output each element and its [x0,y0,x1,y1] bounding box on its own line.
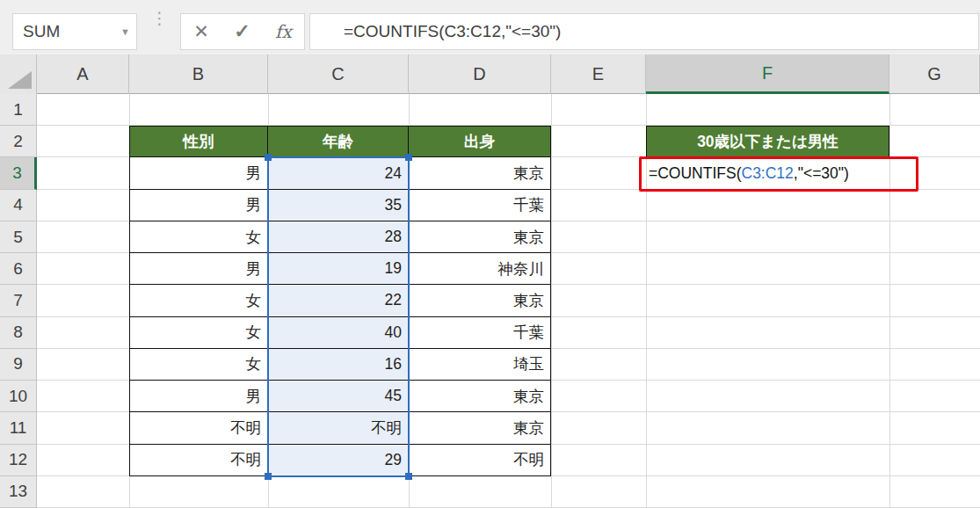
row-header-13[interactable]: 13 [0,476,37,508]
cell-D6[interactable]: 神奈川 [409,253,551,285]
row-header-2[interactable]: 2 [0,126,37,157]
cell-C12[interactable]: 29 [268,445,409,476]
cell-B9[interactable]: 女 [129,349,268,381]
table-header-D2[interactable]: 出身 [409,126,551,157]
cell-D4[interactable]: 千葉 [409,190,551,221]
cell-D10[interactable]: 東京 [409,381,551,412]
column-header-F[interactable]: F [646,54,889,94]
cell-C10[interactable]: 45 [268,381,409,412]
select-all-button[interactable] [0,54,37,94]
insert-function-icon[interactable]: fx [275,21,292,42]
row-header-1[interactable]: 1 [0,94,37,126]
cell-C7[interactable]: 22 [268,285,409,316]
column-header-B[interactable]: B [129,54,268,94]
cell-C6[interactable]: 19 [268,253,409,285]
name-box-value: SUM [23,14,60,49]
row-header-11[interactable]: 11 [0,412,37,444]
cell-D3[interactable]: 東京 [409,157,551,189]
toolbar-separator-dots-icon: ⋮ [151,11,165,52]
cell-C5[interactable]: 28 [268,221,409,253]
cell-D11[interactable]: 東京 [409,412,551,444]
range-selection-handle[interactable] [265,473,272,480]
cell-B6[interactable]: 男 [129,253,268,285]
enter-icon[interactable]: ✓ [234,20,250,43]
cell-B4[interactable]: 男 [129,190,268,221]
row-header-9[interactable]: 9 [0,349,37,381]
range-selection-handle[interactable] [265,154,272,161]
cell-C4[interactable]: 35 [268,190,409,221]
select-all-triangle-icon [8,71,32,89]
formula-bar-text: =COUNTIFS(C3:C12,"<=30") [344,14,561,49]
row-header-5[interactable]: 5 [0,221,37,253]
cell-C8[interactable]: 40 [268,317,409,349]
row-header-8[interactable]: 8 [0,317,37,349]
formula-buttons: ✕ ✓ fx [180,13,305,50]
row-header-3[interactable]: 3 [0,157,37,189]
name-box[interactable]: SUM ▼ [12,13,137,50]
cell-C11[interactable]: 不明 [268,412,409,444]
cell-D12[interactable]: 不明 [409,445,551,476]
column-header-D[interactable]: D [409,54,551,94]
range-selection-handle[interactable] [405,154,412,161]
name-box-dropdown-icon[interactable]: ▼ [120,14,130,49]
row-header-7[interactable]: 7 [0,285,37,316]
cell-F3-formula[interactable]: =COUNTIFS(C3:C12,"<=30") [649,157,849,189]
row-header-10[interactable]: 10 [0,381,37,412]
cell-D7[interactable]: 東京 [409,285,551,316]
cell-B8[interactable]: 女 [129,317,268,349]
cell-D9[interactable]: 埼玉 [409,349,551,381]
cell-B5[interactable]: 女 [129,221,268,253]
column-header-A[interactable]: A [37,54,129,94]
formula-text-part: C3:C12 [742,164,794,183]
cell-B10[interactable]: 男 [129,381,268,412]
column-header-C[interactable]: C [268,54,409,94]
range-selection-handle[interactable] [405,473,412,480]
cell-C9[interactable]: 16 [268,349,409,381]
table-header-C2[interactable]: 年齢 [268,126,409,157]
cancel-icon[interactable]: ✕ [193,21,209,42]
formula-text-part: =COUNTIFS( [649,164,742,183]
formula-toolbar: SUM ▼ ⋮ ✕ ✓ fx =COUNTIFS(C3:C12,"<=30") [0,0,980,54]
column-header-E[interactable]: E [551,54,646,94]
result-header-F2[interactable]: 30歳以下または男性 [646,126,889,157]
cell-C3[interactable]: 24 [268,157,409,189]
cell-B11[interactable]: 不明 [129,412,268,444]
column-header-G[interactable]: G [889,54,980,94]
cell-D5[interactable]: 東京 [409,221,551,253]
cell-B7[interactable]: 女 [129,285,268,316]
row-header-12[interactable]: 12 [0,445,37,476]
cell-B12[interactable]: 不明 [129,445,268,476]
excel-window: SUM ▼ ⋮ ✕ ✓ fx =COUNTIFS(C3:C12,"<=30") … [0,0,980,508]
cell-D8[interactable]: 千葉 [409,317,551,349]
table-header-B2[interactable]: 性別 [129,126,268,157]
row-header-4[interactable]: 4 [0,190,37,221]
cell-B3[interactable]: 男 [129,157,268,189]
row-header-6[interactable]: 6 [0,253,37,285]
formula-bar[interactable]: =COUNTIFS(C3:C12,"<=30") [309,13,979,50]
formula-text-part: ,"<=30") [794,164,849,183]
